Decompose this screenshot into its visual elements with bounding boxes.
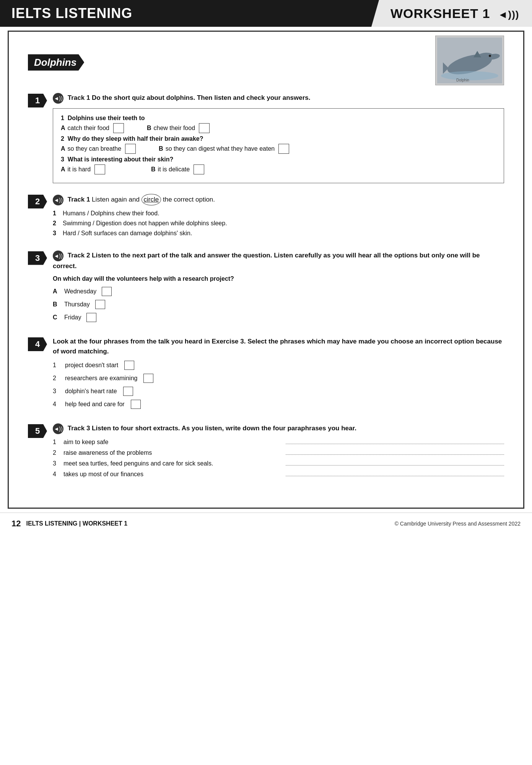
track-icon-5: ◄)) bbox=[53, 423, 63, 434]
exercise-2-item-3: 3 Hard / Soft surfaces can damage dolphi… bbox=[53, 230, 504, 237]
quiz-q2-optA-box[interactable] bbox=[125, 144, 136, 154]
exercise-4-content: Look at the four phrases from the talk y… bbox=[53, 337, 504, 413]
quiz-q3-optB-box[interactable] bbox=[194, 164, 204, 174]
page-header: IELTS LISTENING WORKSHEET 1 ◄))) bbox=[0, 0, 532, 27]
section-title-bar: Dolphins Dolphin bbox=[28, 39, 504, 85]
main-content: Dolphins Dolphin 1 bbox=[8, 31, 524, 509]
footer-right: © Cambridge University Press and Assessm… bbox=[395, 521, 521, 527]
exercise-4: 4 Look at the four phrases from the talk… bbox=[28, 337, 504, 413]
exercise-3-optC-box[interactable] bbox=[86, 313, 96, 322]
extract-3-line bbox=[286, 465, 504, 466]
circle-word: circle bbox=[142, 194, 161, 205]
header-title-left: IELTS LISTENING bbox=[11, 5, 132, 21]
quiz-q2-label: 2 Why do they sleep with half their brai… bbox=[61, 135, 496, 142]
quiz-q3-optA: A it is hard bbox=[61, 164, 105, 174]
speaker-icon: ◄))) bbox=[498, 9, 519, 20]
page-footer: 12 IELTS LISTENING | WORKSHEET 1 © Cambr… bbox=[0, 513, 532, 534]
svg-text:Dolphin: Dolphin bbox=[456, 78, 469, 82]
header-left: IELTS LISTENING bbox=[0, 0, 371, 27]
quiz-q1-optB: B chew their food bbox=[147, 123, 210, 133]
quiz-q1-label: 1 Dolphins use their teeth to bbox=[61, 115, 496, 122]
quiz-q2: 2 Why do they sleep with half their brai… bbox=[61, 135, 496, 154]
quiz-q1: 1 Dolphins use their teeth to A catch th… bbox=[61, 115, 496, 133]
quiz-q3-options: A it is hard B it is delicate bbox=[61, 164, 496, 174]
exercise-2-item-1: 1 Humans / Dolphins chew their food. bbox=[53, 210, 504, 217]
footer-left: 12 IELTS LISTENING | WORKSHEET 1 bbox=[11, 519, 127, 529]
exercise-1-content: ◄)) Track 1 Do the short quiz about dolp… bbox=[53, 93, 504, 183]
quiz-q3-optB: B it is delicate bbox=[151, 164, 204, 174]
quiz-q3-optA-box[interactable] bbox=[94, 164, 105, 174]
section-title: Dolphins bbox=[28, 54, 84, 71]
extract-2-line bbox=[286, 454, 504, 455]
exercise-2-item-2: 2 Swimming / Digestion does not happen w… bbox=[53, 220, 504, 227]
quiz-q1-optA: A catch their food bbox=[61, 123, 124, 133]
exercise-4-phrase-3-box[interactable] bbox=[123, 387, 133, 396]
track-icon-3: ◄)) bbox=[53, 251, 63, 261]
exercise-3-instruction: ◄)) Track 2 Listen to the next part of t… bbox=[53, 251, 504, 271]
extract-1-line bbox=[286, 444, 504, 444]
exercise-3-track: Track 2 bbox=[68, 252, 90, 259]
exercise-4-phrase-2: 2 researchers are examining bbox=[53, 374, 504, 383]
exercise-4-phrase-4-box[interactable] bbox=[131, 400, 141, 409]
dolphin-image: Dolphin bbox=[435, 36, 504, 85]
header-right: WORKSHEET 1 ◄))) bbox=[371, 0, 532, 27]
quiz-q3-label: 3 What is interesting about their skin? bbox=[61, 156, 496, 163]
quiz-q2-optA: A so they can breathe bbox=[61, 144, 136, 154]
exercise-4-instruction-text: Look at the four phrases from the talk y… bbox=[53, 338, 502, 355]
exercise-3-optB: B Thursday bbox=[53, 300, 504, 309]
exercise-5: 5 ◄)) Track 3 Listen to four short extra… bbox=[28, 423, 504, 482]
exercise-3-number: 3 bbox=[28, 251, 47, 265]
exercise-3-optC: C Friday bbox=[53, 313, 504, 322]
exercise-3-optA-box[interactable] bbox=[102, 287, 112, 296]
exercise-4-phrase-4: 4 help feed and care for bbox=[53, 400, 504, 409]
exercise-5-content: ◄)) Track 3 Listen to four short extract… bbox=[53, 423, 504, 482]
track-icon-1: ◄)) bbox=[53, 93, 63, 104]
exercise-4-phrase-1: 1 project doesn't start bbox=[53, 361, 504, 370]
exercise-3-content: ◄)) Track 2 Listen to the next part of t… bbox=[53, 251, 504, 326]
exercise-5-instruction-text: Listen to four short extracts. As you li… bbox=[92, 425, 356, 432]
exercise-5-extract-4: 4 takes up most of our finances bbox=[53, 471, 504, 478]
exercise-1: 1 ◄)) Track 1 Do the short quiz about do… bbox=[28, 93, 504, 183]
dolphin-svg: Dolphin bbox=[437, 37, 502, 83]
quiz-q1-optA-box[interactable] bbox=[113, 123, 124, 133]
exercise-1-instruction: ◄)) Track 1 Do the short quiz about dolp… bbox=[53, 93, 504, 104]
exercise-3-question: On which day will the volunteers help wi… bbox=[53, 275, 504, 282]
exercise-5-extract-2: 2 raise awareness of the problems bbox=[53, 449, 504, 456]
quiz-q2-optB-box[interactable] bbox=[278, 144, 289, 154]
quiz-q2-optB: B so they can digest what they have eate… bbox=[159, 144, 289, 154]
exercise-5-instruction: ◄)) Track 3 Listen to four short extract… bbox=[53, 423, 504, 434]
exercise-5-extract-1: 1 aim to keep safe bbox=[53, 439, 504, 446]
exercise-4-instruction: Look at the four phrases from the talk y… bbox=[53, 337, 504, 356]
exercise-4-phrase-1-box[interactable] bbox=[124, 361, 134, 370]
svg-point-6 bbox=[489, 55, 491, 57]
header-title-right: WORKSHEET 1 ◄))) bbox=[383, 6, 519, 21]
exercise-3-optA: A Wednesday bbox=[53, 287, 504, 296]
exercise-5-number: 5 bbox=[28, 424, 47, 438]
page-number: 12 bbox=[11, 519, 21, 529]
svg-point-7 bbox=[441, 71, 498, 80]
exercise-1-number: 1 bbox=[28, 94, 47, 107]
exercise-2-instruction: ◄)) Track 1 Listen again and circle the … bbox=[53, 194, 504, 205]
quiz-q1-options: A catch their food B chew their food bbox=[61, 123, 496, 133]
quiz-q1-optB-box[interactable] bbox=[199, 123, 210, 133]
quiz-q2-options: A so they can breathe B so they can dige… bbox=[61, 144, 496, 154]
exercise-2-track: Track 1 bbox=[68, 196, 90, 203]
exercise-5-extract-3: 3 meet sea turtles, feed penguins and ca… bbox=[53, 460, 504, 467]
exercise-1-instruction-text: Do the short quiz about dolphins. Then l… bbox=[92, 94, 310, 101]
exercise-2: 2 ◄)) Track 1 Listen again and circle th… bbox=[28, 194, 504, 240]
exercise-2-number: 2 bbox=[28, 195, 47, 208]
exercise-2-content: ◄)) Track 1 Listen again and circle the … bbox=[53, 194, 504, 240]
exercise-3-instruction-text: Listen to the next part of the talk and … bbox=[53, 252, 480, 270]
quiz-box-1: 1 Dolphins use their teeth to A catch th… bbox=[53, 108, 504, 183]
exercise-4-phrase-3: 3 dolphin's heart rate bbox=[53, 387, 504, 396]
quiz-q3: 3 What is interesting about their skin? … bbox=[61, 156, 496, 174]
exercise-4-phrase-2-box[interactable] bbox=[143, 374, 153, 383]
footer-label: IELTS LISTENING | WORKSHEET 1 bbox=[26, 520, 127, 527]
exercise-5-track: Track 3 bbox=[68, 425, 90, 432]
exercise-1-track: Track 1 bbox=[68, 94, 90, 101]
exercise-4-number: 4 bbox=[28, 337, 47, 351]
track-icon-2: ◄)) bbox=[53, 195, 63, 205]
exercise-3: 3 ◄)) Track 2 Listen to the next part of… bbox=[28, 251, 504, 326]
extract-4-line bbox=[286, 476, 504, 476]
exercise-3-optB-box[interactable] bbox=[95, 300, 105, 309]
